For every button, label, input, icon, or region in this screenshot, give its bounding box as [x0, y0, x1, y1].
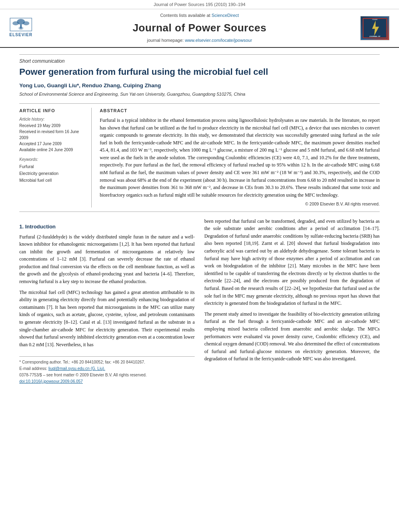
- journal-homepage-url[interactable]: www.elsevier.com/locate/jpowsour: [185, 38, 252, 43]
- email-footnote: E-mail address: liugl@mail.sysu.edu.cn (…: [19, 366, 195, 372]
- contents-available-label: Contents lists available at: [160, 13, 210, 18]
- keyword-1: Furfural: [19, 163, 86, 170]
- body-left-column: 1. Introduction Furfural (2-furaldehyde)…: [19, 218, 195, 385]
- power-sources-logo-area: JOURNAL OF POWER: [360, 12, 393, 44]
- elsevier-tree-icon: [10, 18, 32, 31]
- intro-para-1: Furfural (2-furaldehyde) is the widely d…: [19, 233, 195, 286]
- svg-text:POWER: POWER: [372, 19, 378, 21]
- body-two-col: 1. Introduction Furfural (2-furaldehyde)…: [19, 218, 380, 385]
- received-revised-date: Received in revised form 16 June 2009: [19, 129, 86, 141]
- elsevier-wordmark: ELSEVIER: [9, 32, 32, 38]
- sciencedirect-line: Contents lists available at ScienceDirec…: [160, 12, 239, 19]
- keyword-3: Microbial fuel cell: [19, 177, 86, 184]
- section-title-text: Introduction: [25, 224, 56, 230]
- journal-homepage-line: journal homepage: www.elsevier.com/locat…: [147, 37, 252, 44]
- accepted-date: Accepted 17 June 2009: [19, 141, 86, 147]
- article-history-block: Article history: Received 19 May 2009 Re…: [19, 117, 86, 153]
- authors-line: Yong Luo, Guangli Liu*, Renduo Zhang, Cu…: [19, 82, 380, 90]
- available-online-date: Available online 24 June 2009: [19, 147, 86, 153]
- journal-title: Journal of Power Sources: [133, 21, 267, 36]
- journal-title-area: Contents lists available at ScienceDirec…: [43, 12, 356, 44]
- journal-citation-header: Journal of Power Sources 195 (2010) 190–…: [0, 0, 399, 9]
- article-type-label: Short communication: [19, 54, 380, 65]
- power-sources-logo: JOURNAL OF POWER: [360, 16, 389, 40]
- keyword-2: Electricity generation: [19, 170, 86, 177]
- article-info-abstract-section: ARTICLE INFO Article history: Received 1…: [19, 103, 380, 212]
- issn-footnote: 0378-7753/$ – see front matter © 2009 El…: [19, 372, 195, 378]
- abstract-heading: ABSTRACT: [100, 108, 380, 114]
- intro-para-4: The present study aimed to investigate t…: [204, 310, 380, 363]
- email-label: E-mail address:: [19, 366, 47, 371]
- authors-text: Yong Luo, Guangli Liu*, Renduo Zhang, Cu…: [19, 82, 161, 88]
- svg-point-6: [19, 27, 23, 30]
- homepage-label: journal homepage:: [147, 38, 183, 43]
- doi-link[interactable]: doi:10.1016/j.jpowsour.2009.06.057: [19, 379, 83, 384]
- main-content: Short communication Power generation fro…: [0, 48, 399, 392]
- section-number: 1.: [19, 224, 24, 230]
- footnote-divider: * Corresponding author. Tel.: +86 20 844…: [19, 356, 195, 385]
- intro-para-2: The microbial fuel cell (MFC) technology…: [19, 289, 195, 349]
- article-info-column: ARTICLE INFO Article history: Received 1…: [19, 108, 92, 207]
- page-wrapper: Journal of Power Sources 195 (2010) 190–…: [0, 0, 399, 532]
- affiliation-line: School of Environmental Science and Engi…: [19, 91, 380, 98]
- doi-footnote: doi:10.1016/j.jpowsour.2009.06.057: [19, 378, 195, 385]
- abstract-text: Furfural is a typical inhibitor in the e…: [100, 117, 380, 199]
- copyright-line: © 2009 Elsevier B.V. All rights reserved…: [100, 201, 380, 207]
- journal-citation-text: Journal of Power Sources 195 (2010) 190–…: [154, 2, 245, 7]
- power-sources-logo-svg: JOURNAL OF POWER: [362, 16, 387, 40]
- introduction-heading: 1. Introduction: [19, 223, 195, 231]
- svg-point-4: [23, 21, 29, 25]
- email-link[interactable]: liugl@mail.sysu.edu.cn (G. Liu).: [48, 366, 105, 371]
- elsevier-logo: ELSEVIER: [6, 18, 35, 39]
- body-right-column: been reported that furfural can be trans…: [204, 218, 380, 385]
- received-date: Received 19 May 2009: [19, 123, 86, 129]
- keywords-block: Keywords: Furfural Electricity generatio…: [19, 157, 86, 183]
- article-info-heading: ARTICLE INFO: [19, 108, 86, 114]
- journal-header-band: ELSEVIER Contents lists available at Sci…: [0, 9, 399, 48]
- article-title: Power generation from furfural using the…: [19, 66, 380, 78]
- intro-para-3: been reported that furfural can be trans…: [204, 218, 380, 307]
- abstract-column: ABSTRACT Furfural is a typical inhibitor…: [100, 108, 380, 207]
- svg-point-3: [12, 21, 19, 25]
- history-label: Article history:: [19, 117, 86, 123]
- keywords-label: Keywords:: [19, 157, 86, 163]
- elsevier-logo-area: ELSEVIER: [6, 12, 39, 44]
- sciencedirect-link[interactable]: ScienceDirect: [212, 13, 239, 18]
- corresponding-author-footnote: * Corresponding author. Tel.: +86 20 844…: [19, 359, 195, 366]
- svg-text:JOURNAL OF: JOURNAL OF: [369, 35, 380, 37]
